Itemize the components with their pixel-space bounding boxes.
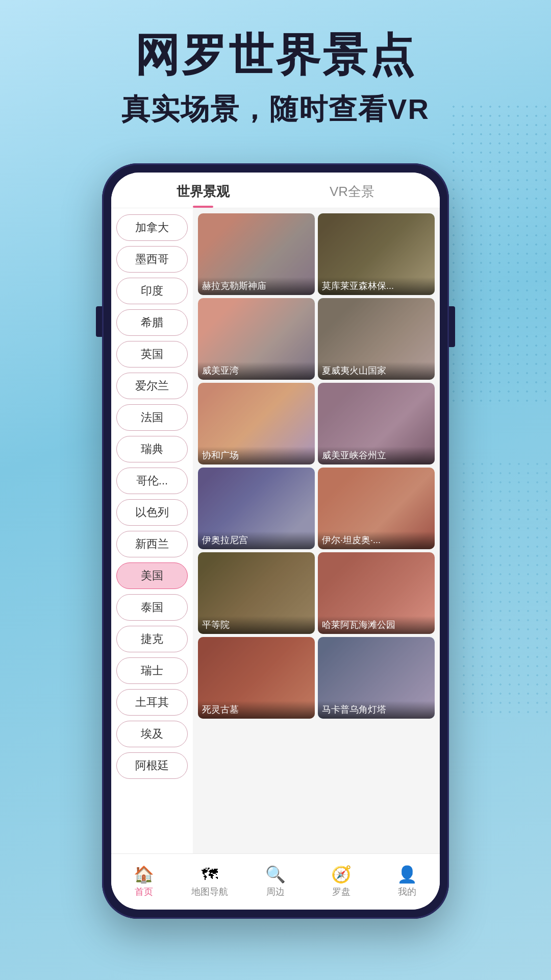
cell-label-7: 伊尔·坦皮奥·... [318,531,435,549]
nav-item-compass[interactable]: 🧭 罗盘 [308,854,374,910]
grid-cell-6[interactable]: 伊奥拉尼宫 [198,468,315,549]
sidebar-item-turkey[interactable]: 土耳其 [116,689,188,716]
grid-row-3: 协和广场 威美亚峡谷州立 [198,383,435,464]
phone-mockup: 世界景观 VR全景 加拿大 墨西哥 印度 希腊 英国 爱尔兰 法国 瑞典 哥伦.… [102,163,449,919]
tab-world-scenery[interactable]: 世界景观 [177,183,230,208]
cell-label-0: 赫拉克勒斯神庙 [198,277,315,295]
grid-cell-11[interactable]: 马卡普乌角灯塔 [318,637,435,719]
dot-pattern-bottom [459,459,551,715]
sidebar-item-canada[interactable]: 加拿大 [116,214,188,241]
nav-label-home: 首页 [135,886,153,898]
sidebar-item-uk[interactable]: 英国 [116,341,188,368]
cell-label-5: 威美亚峡谷州立 [318,447,435,464]
sidebar-item-ireland[interactable]: 爱尔兰 [116,373,188,399]
grid-row-5: 平等院 哈莱阿瓦海滩公园 [198,552,435,634]
sidebar-item-colombia[interactable]: 哥伦... [116,468,188,494]
header-section: 网罗世界景点 真实场景，随时查看VR [0,0,551,129]
main-title: 网罗世界景点 [0,31,551,80]
nav-item-nearby[interactable]: 🔍 周边 [243,854,309,910]
grid-cell-3[interactable]: 夏威夷火山国家 [318,298,435,380]
nav-label-map: 地图导航 [191,886,228,898]
grid-cell-4[interactable]: 协和广场 [198,383,315,464]
nav-item-profile[interactable]: 👤 我的 [374,854,440,910]
nav-item-map[interactable]: 🗺 地图导航 [177,854,243,910]
nav-label-nearby: 周边 [266,886,285,898]
grid-cell-10[interactable]: 死灵古墓 [198,637,315,719]
scenery-grid: 赫拉克勒斯神庙 莫库莱亚森林保... 威美亚湾 夏威夷火山国家 [193,208,440,853]
tabs-bar: 世界景观 VR全景 [111,173,440,208]
nav-item-home[interactable]: 🏠 首页 [111,854,177,910]
grid-cell-7[interactable]: 伊尔·坦皮奥·... [318,468,435,549]
grid-row-2: 威美亚湾 夏威夷火山国家 [198,298,435,380]
grid-cell-2[interactable]: 威美亚湾 [198,298,315,380]
grid-cell-5[interactable]: 威美亚峡谷州立 [318,383,435,464]
sidebar-item-mexico[interactable]: 墨西哥 [116,246,188,273]
dot-pattern-top [449,102,551,408]
sidebar-item-israel[interactable]: 以色列 [116,499,188,526]
sidebar-item-switzerland[interactable]: 瑞士 [116,657,188,684]
grid-cell-0[interactable]: 赫拉克勒斯神庙 [198,213,315,295]
phone-screen: 世界景观 VR全景 加拿大 墨西哥 印度 希腊 英国 爱尔兰 法国 瑞典 哥伦.… [111,173,440,910]
map-icon: 🗺 [202,866,218,883]
content-area: 加拿大 墨西哥 印度 希腊 英国 爱尔兰 法国 瑞典 哥伦... 以色列 新西兰… [111,208,440,853]
home-icon: 🏠 [134,866,154,883]
cell-label-6: 伊奥拉尼宫 [198,531,315,549]
cell-label-3: 夏威夷火山国家 [318,362,435,380]
nav-label-compass: 罗盘 [332,886,350,898]
nav-label-profile: 我的 [398,886,416,898]
cell-label-11: 马卡普乌角灯塔 [318,701,435,719]
sidebar-item-czech[interactable]: 捷克 [116,626,188,652]
sidebar-item-newzealand[interactable]: 新西兰 [116,531,188,557]
profile-icon: 👤 [397,866,417,883]
cell-label-2: 威美亚湾 [198,362,315,380]
sub-title: 真实场景，随时查看VR [0,90,551,129]
sidebar-item-greece[interactable]: 希腊 [116,309,188,336]
sidebar-item-sweden[interactable]: 瑞典 [116,436,188,462]
country-sidebar: 加拿大 墨西哥 印度 希腊 英国 爱尔兰 法国 瑞典 哥伦... 以色列 新西兰… [111,208,193,853]
sidebar-item-thailand[interactable]: 泰国 [116,594,188,621]
compass-icon: 🧭 [331,866,352,883]
sidebar-item-india[interactable]: 印度 [116,278,188,304]
sidebar-item-argentina[interactable]: 阿根廷 [116,752,188,779]
cell-label-9: 哈莱阿瓦海滩公园 [318,616,435,634]
sidebar-item-usa[interactable]: 美国 [116,562,188,589]
cell-label-8: 平等院 [198,616,315,634]
cell-label-1: 莫库莱亚森林保... [318,277,435,295]
cell-label-4: 协和广场 [198,447,315,464]
grid-row-1: 赫拉克勒斯神庙 莫库莱亚森林保... [198,213,435,295]
grid-row-6: 死灵古墓 马卡普乌角灯塔 [198,637,435,719]
grid-cell-9[interactable]: 哈莱阿瓦海滩公园 [318,552,435,634]
cell-label-10: 死灵古墓 [198,701,315,719]
bottom-nav: 🏠 首页 🗺 地图导航 🔍 周边 🧭 罗盘 👤 我的 [111,853,440,910]
grid-cell-1[interactable]: 莫库莱亚森林保... [318,213,435,295]
sidebar-item-france[interactable]: 法国 [116,404,188,431]
grid-row-4: 伊奥拉尼宫 伊尔·坦皮奥·... [198,468,435,549]
phone-side-btn-left [96,306,102,337]
grid-cell-8[interactable]: 平等院 [198,552,315,634]
sidebar-item-egypt[interactable]: 埃及 [116,721,188,747]
search-icon: 🔍 [265,866,286,883]
phone-side-btn-right [449,306,455,347]
tab-vr-panorama[interactable]: VR全景 [330,183,374,208]
